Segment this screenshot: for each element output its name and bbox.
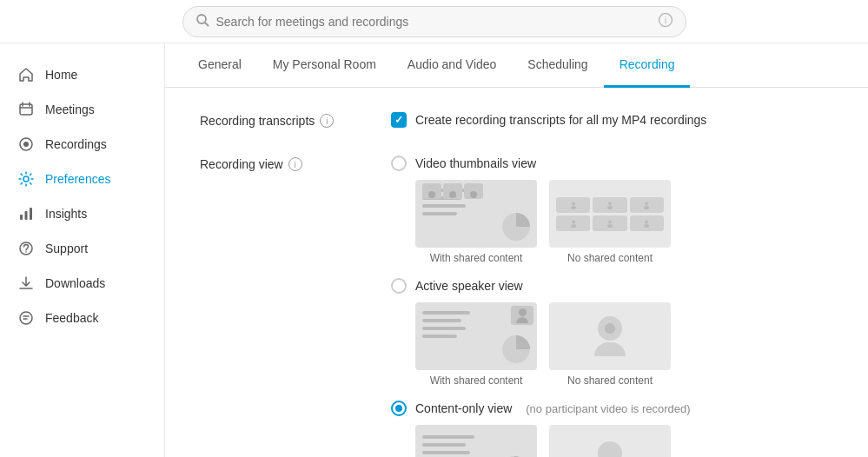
checkmark-icon: ✓	[394, 114, 403, 126]
preview-box-no-shared-thumbnails: No shared content	[549, 180, 671, 264]
sidebar-item-downloads[interactable]: Downloads	[0, 266, 164, 301]
radio-circle-video-thumbnails[interactable]	[391, 156, 407, 171]
svg-rect-13	[30, 208, 32, 220]
preferences-icon	[17, 170, 35, 188]
recording-transcripts-checkbox[interactable]: ✓	[391, 112, 407, 128]
svg-point-9	[23, 142, 29, 147]
preview-box-shared-thumbnails: With shared content	[415, 180, 537, 264]
sidebar: Home Meetings Recordings	[0, 43, 165, 457]
svg-point-10	[23, 176, 29, 182]
sidebar-item-recordings[interactable]: Recordings	[0, 127, 164, 162]
sidebar-label-insights: Insights	[45, 207, 87, 221]
sidebar-label-home: Home	[45, 68, 77, 82]
radio-row-content-only[interactable]: Content-only view (no participant video …	[391, 401, 833, 416]
sidebar-label-meetings: Meetings	[45, 103, 95, 116]
svg-point-28	[607, 224, 613, 228]
sidebar-label-feedback: Feedback	[45, 311, 98, 325]
sidebar-label-downloads: Downloads	[45, 276, 105, 290]
svg-point-20	[571, 206, 576, 209]
recording-view-row: Recording view i Video thumbnails view	[200, 156, 833, 457]
insights-icon	[17, 205, 35, 222]
radio-option-content-only: Content-only view (no participant video …	[391, 401, 833, 457]
svg-point-22	[607, 206, 613, 209]
tabs: General My Personal Room Audio and Video…	[165, 43, 868, 88]
svg-rect-11	[20, 215, 23, 220]
radio-circle-active-speaker[interactable]	[391, 278, 407, 294]
svg-point-24	[644, 206, 649, 209]
svg-point-15	[25, 251, 27, 253]
preview-box-shared-content-only: With shared content	[415, 425, 537, 457]
svg-point-19	[572, 202, 575, 205]
search-icon	[195, 13, 209, 30]
recording-view-control: Video thumbnails view	[391, 156, 833, 457]
svg-point-23	[645, 202, 648, 205]
caption-shared-thumbnails: With shared content	[430, 252, 523, 264]
preview-img-no-shared-content-only	[549, 425, 671, 457]
preview-box-shared-active: With shared content	[415, 302, 537, 387]
svg-line-1	[205, 23, 209, 26]
sidebar-item-meetings[interactable]: Meetings	[0, 92, 164, 127]
radio-label-active-speaker: Active speaker view	[415, 279, 523, 293]
recording-transcripts-label: Recording transcripts i	[200, 112, 374, 128]
preview-row-active-speaker: With shared content	[415, 302, 833, 387]
svg-rect-12	[25, 211, 28, 220]
svg-point-21	[608, 202, 612, 205]
radio-label-content-only: Content-only view	[415, 401, 512, 415]
sidebar-label-recordings: Recordings	[45, 137, 107, 151]
recording-transcripts-info-icon[interactable]: i	[320, 114, 334, 128]
main-layout: Home Meetings Recordings	[0, 43, 868, 457]
feedback-icon	[17, 309, 35, 327]
sidebar-item-insights[interactable]: Insights	[0, 196, 164, 231]
svg-point-27	[608, 220, 612, 223]
svg-point-29	[645, 220, 648, 223]
sidebar-item-feedback[interactable]: Feedback	[0, 301, 164, 335]
radio-row-video-thumbnails[interactable]: Video thumbnails view	[391, 156, 833, 171]
meetings-icon	[17, 101, 35, 118]
sidebar-item-home[interactable]: Home	[0, 57, 164, 92]
home-icon	[17, 66, 35, 83]
recording-view-label: Recording view i	[200, 156, 374, 171]
preview-row-content-only: With shared content	[415, 425, 833, 457]
svg-point-25	[572, 220, 575, 223]
radio-option-video-thumbnails: Video thumbnails view	[391, 156, 833, 264]
tab-recording[interactable]: Recording	[604, 43, 691, 88]
checkbox-row: ✓ Create recording transcripts for all m…	[391, 112, 833, 128]
sidebar-item-preferences[interactable]: Preferences	[0, 162, 164, 196]
tab-audio-and-video[interactable]: Audio and Video	[392, 43, 513, 88]
recording-transcripts-control: ✓ Create recording transcripts for all m…	[391, 112, 833, 128]
tab-my-personal-room[interactable]: My Personal Room	[257, 43, 392, 88]
recording-view-info-icon[interactable]: i	[288, 157, 302, 171]
recording-transcripts-row: Recording transcripts i ✓ Create recordi…	[200, 112, 833, 128]
radio-row-active-speaker[interactable]: Active speaker view	[391, 278, 833, 294]
caption-no-shared-thumbnails: No shared content	[567, 252, 653, 264]
support-icon	[17, 240, 35, 257]
caption-shared-active: With shared content	[430, 374, 523, 387]
preview-box-no-shared-active: No shared content	[549, 302, 671, 387]
recordings-icon	[17, 136, 35, 153]
search-input[interactable]	[216, 15, 651, 29]
tab-general[interactable]: General	[182, 43, 257, 88]
svg-rect-4	[20, 104, 32, 115]
top-bar: i	[0, 0, 868, 43]
search-box[interactable]: i	[182, 6, 686, 37]
preview-img-shared-content-only	[415, 425, 537, 457]
tab-scheduling[interactable]: Scheduling	[512, 43, 603, 88]
content-area: General My Personal Room Audio and Video…	[165, 43, 868, 457]
preview-img-no-shared-active	[549, 302, 671, 370]
preview-box-no-shared-content-only: No shared content	[549, 425, 671, 457]
radio-circle-content-only[interactable]	[391, 401, 407, 416]
caption-no-shared-active: No shared content	[567, 374, 653, 387]
svg-point-17	[20, 312, 32, 324]
svg-point-30	[644, 224, 649, 228]
preview-row-video-thumbnails: With shared content	[415, 180, 833, 264]
radio-sublabel-content-only: (no participant video is recorded)	[526, 402, 690, 415]
sidebar-label-support: Support	[45, 242, 88, 255]
downloads-icon	[17, 275, 35, 292]
radio-option-active-speaker: Active speaker view	[391, 278, 833, 387]
sidebar-label-preferences: Preferences	[45, 172, 110, 186]
svg-point-26	[571, 224, 576, 228]
sidebar-item-support[interactable]: Support	[0, 231, 164, 266]
preview-img-shared-active	[415, 302, 537, 370]
checkbox-label: Create recording transcripts for all my …	[415, 113, 706, 127]
info-circle-icon[interactable]: i	[658, 12, 673, 31]
